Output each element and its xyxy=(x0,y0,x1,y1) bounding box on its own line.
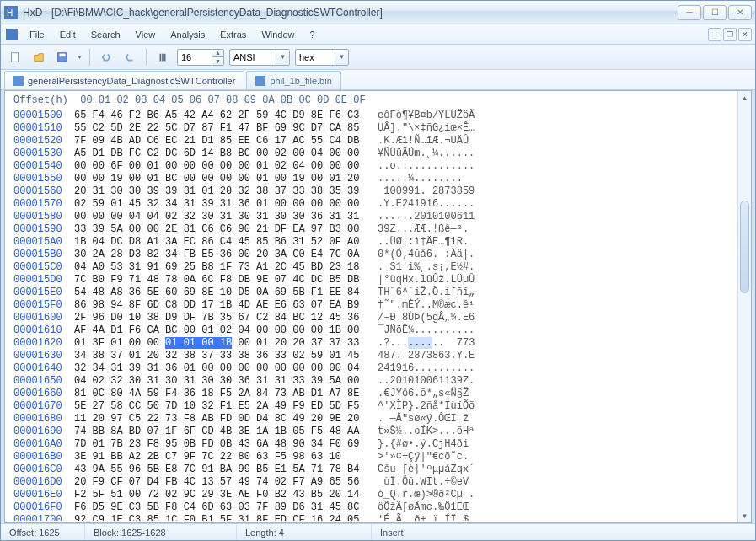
hex-row[interactable]: 00001530 A5 D1 DB FC C2 DC 6D 14 B8 BC 0… xyxy=(13,147,743,160)
encoding-select[interactable]: ▼ xyxy=(229,49,290,66)
svg-rect-6 xyxy=(13,76,24,86)
hex-row[interactable]: 00001630 34 38 37 01 20 32 38 37 33 38 3… xyxy=(13,350,743,362)
mdi-restore-button[interactable]: ❐ xyxy=(723,28,737,41)
menu-analysis[interactable]: Analysis xyxy=(164,27,212,42)
hex-row[interactable]: 000015F0 86 98 94 8F 6D C8 DD 17 1B 4D A… xyxy=(13,299,743,312)
svg-rect-2 xyxy=(6,29,18,40)
svg-rect-7 xyxy=(255,76,265,86)
columns-icon xyxy=(153,48,172,67)
menu-search[interactable]: Search xyxy=(84,27,127,42)
scroll-thumb[interactable] xyxy=(740,201,749,293)
status-block: Block: 1625-1628 xyxy=(85,524,237,540)
hex-row[interactable]: 00001590 33 39 5A 00 00 2E 81 C6 C6 90 2… xyxy=(13,223,743,236)
hex-rows[interactable]: 00001500 65 F4 46 F2 B6 A5 42 A4 62 2F 5… xyxy=(5,108,751,521)
maximize-button[interactable]: ☐ xyxy=(703,5,727,20)
hex-row[interactable]: 000015C0 04 A0 53 31 91 69 25 B8 1F 73 A… xyxy=(13,261,743,274)
control-icon[interactable] xyxy=(6,29,18,40)
tab-bar: generalPersistencyData_DiagnosticSWTCont… xyxy=(1,70,755,90)
spin-up[interactable]: ▲ xyxy=(212,50,223,57)
toolbar: ▼ ▲▼ ▼ ▼ xyxy=(1,45,755,70)
tab-label: phil_1b_file.bin xyxy=(270,76,331,86)
status-offset: Offset: 1625 xyxy=(1,524,85,540)
status-length: Length: 4 xyxy=(237,524,372,540)
mdi-close-button[interactable]: ✕ xyxy=(738,28,752,41)
new-button[interactable] xyxy=(6,48,24,67)
svg-text:H: H xyxy=(7,8,13,18)
hex-row[interactable]: 00001560 20 31 30 30 39 39 31 01 20 32 3… xyxy=(13,185,743,198)
hex-row[interactable]: 000016A0 7D 01 7B 23 F8 95 0B FD 0B 43 6… xyxy=(13,438,743,451)
menu-help[interactable]: ? xyxy=(303,27,322,42)
hex-row[interactable]: 000016F0 F6 D5 9E C3 5B F8 C4 6D 63 03 7… xyxy=(13,501,743,514)
hex-row[interactable]: 000015D0 7C B0 F9 71 48 78 0A 6C F8 DB 9… xyxy=(13,274,743,287)
hex-row[interactable]: 000015B0 30 2A 28 D3 82 34 FB E5 36 00 2… xyxy=(13,249,743,261)
numbase-select[interactable]: ▼ xyxy=(295,49,349,66)
hex-row[interactable]: 00001690 74 BB 8A BD 07 1F 6F CD 4B 3E 1… xyxy=(13,426,743,438)
open-button[interactable] xyxy=(29,48,48,67)
hex-row[interactable]: 000016E0 F2 5F 51 00 72 02 9C 29 3E AE F… xyxy=(13,489,743,501)
tab-inactive[interactable]: phil_1b_file.bin xyxy=(246,71,340,89)
bytes-per-row-field[interactable] xyxy=(178,52,212,62)
hex-row[interactable]: 000016C0 43 9A 55 96 5B E8 7C 91 BA 99 B… xyxy=(13,463,743,476)
encoding-field[interactable] xyxy=(230,52,276,62)
hex-editor[interactable]: Offset(h) 00 01 02 03 04 05 06 07 08 09 … xyxy=(4,90,752,523)
hex-row[interactable]: 00001500 65 F4 46 F2 B6 A5 42 A4 62 2F 5… xyxy=(13,110,743,122)
save-dropdown-button[interactable] xyxy=(53,48,72,67)
chevron-down-icon[interactable]: ▼ xyxy=(335,50,348,65)
svg-rect-5 xyxy=(60,53,66,56)
hex-row[interactable]: 00001570 02 59 01 45 32 34 31 39 31 36 0… xyxy=(13,198,743,211)
hex-row[interactable]: 00001550 00 00 19 00 01 BC 00 00 00 00 0… xyxy=(13,173,743,185)
vertical-scrollbar[interactable]: ▲ ▼ xyxy=(737,91,751,522)
hex-row[interactable]: 00001620 01 3F 01 00 00 01 01 00 1B 00 0… xyxy=(13,337,743,350)
minimize-button[interactable]: ─ xyxy=(678,5,701,20)
close-button[interactable]: ✕ xyxy=(728,5,752,20)
title-bar: H HxD - [D:\Fi\BMW\CIC_hack\generalPersi… xyxy=(1,1,755,24)
hex-row[interactable]: 00001650 04 02 32 30 31 30 31 30 30 36 3… xyxy=(13,375,743,388)
menu-view[interactable]: View xyxy=(129,27,163,42)
numbase-field[interactable] xyxy=(296,52,335,62)
hex-row[interactable]: 00001510 55 C2 5D 2E 22 5C D7 87 F1 47 B… xyxy=(13,122,743,135)
chevron-down-icon[interactable]: ▼ xyxy=(276,50,289,65)
hex-row[interactable]: 00001670 5E 27 58 CC 50 7D 10 32 F1 E5 2… xyxy=(13,400,743,413)
scroll-down-button[interactable]: ▼ xyxy=(738,509,751,522)
menu-bar: File Edit Search View Analysis Extras Wi… xyxy=(1,24,755,45)
separator xyxy=(89,49,90,66)
undo-button[interactable] xyxy=(97,48,115,67)
scroll-up-button[interactable]: ▲ xyxy=(738,91,751,104)
status-mode: Insert xyxy=(372,524,473,540)
file-icon xyxy=(13,76,24,86)
hex-row[interactable]: 00001700 92 C9 1E C3 85 1C F0 B1 5F 31 8… xyxy=(13,514,743,521)
hex-row[interactable]: 00001540 00 00 6F 00 01 00 00 00 00 00 0… xyxy=(13,160,743,173)
file-icon xyxy=(255,76,265,86)
menu-window[interactable]: Window xyxy=(255,27,301,42)
hex-row[interactable]: 00001640 32 34 31 39 31 36 01 00 00 00 0… xyxy=(13,362,743,375)
chevron-down-icon[interactable]: ▼ xyxy=(77,54,83,60)
hex-row[interactable]: 00001660 81 0C 80 4A 59 F4 36 18 F5 2A 8… xyxy=(13,388,743,400)
hex-row[interactable]: 00001580 00 00 00 04 04 02 32 30 31 30 3… xyxy=(13,211,743,223)
spin-down[interactable]: ▼ xyxy=(212,57,223,65)
status-bar: Offset: 1625 Block: 1625-1628 Length: 4 … xyxy=(1,523,755,540)
hex-row[interactable]: 00001600 2F 96 D0 10 38 D9 DF 7B 35 67 C… xyxy=(13,312,743,324)
svg-rect-3 xyxy=(12,52,19,62)
hex-row[interactable]: 00001680 11 20 97 C5 22 73 F8 AB FD 0D D… xyxy=(13,413,743,426)
app-icon: H xyxy=(4,6,18,19)
redo-button[interactable] xyxy=(121,48,139,67)
window-title: HxD - [D:\Fi\BMW\CIC_hack\generalPersist… xyxy=(23,7,676,19)
mdi-minimize-button[interactable]: ─ xyxy=(708,28,721,41)
menu-file[interactable]: File xyxy=(23,27,51,42)
bytes-per-row-input[interactable]: ▲▼ xyxy=(177,49,224,66)
hex-row[interactable]: 00001520 7F 09 4B AD C6 EC 21 D1 85 EE C… xyxy=(13,135,743,147)
hex-row[interactable]: 000015E0 54 48 A8 36 5E 60 69 8E 10 D5 0… xyxy=(13,287,743,299)
hex-row[interactable]: 000016B0 3E 91 BB A2 2B C7 9F 7C 22 80 6… xyxy=(13,451,743,463)
menu-extras[interactable]: Extras xyxy=(213,27,253,42)
hex-row[interactable]: 000015A0 1B 04 DC D8 A1 3A EC 86 C4 45 8… xyxy=(13,236,743,249)
offset-header: Offset(h) 00 01 02 03 04 05 06 07 08 09 … xyxy=(5,91,751,108)
hex-row[interactable]: 00001610 AF 4A D1 F6 CA BC 00 01 02 04 0… xyxy=(13,324,743,337)
separator xyxy=(146,49,147,66)
hex-row[interactable]: 000016D0 20 F9 CF 07 D4 FB 4C 13 57 49 7… xyxy=(13,476,743,489)
menu-edit[interactable]: Edit xyxy=(53,27,83,42)
tab-active[interactable]: generalPersistencyData_DiagnosticSWTCont… xyxy=(4,71,244,89)
tab-label: generalPersistencyData_DiagnosticSWTCont… xyxy=(28,76,235,86)
